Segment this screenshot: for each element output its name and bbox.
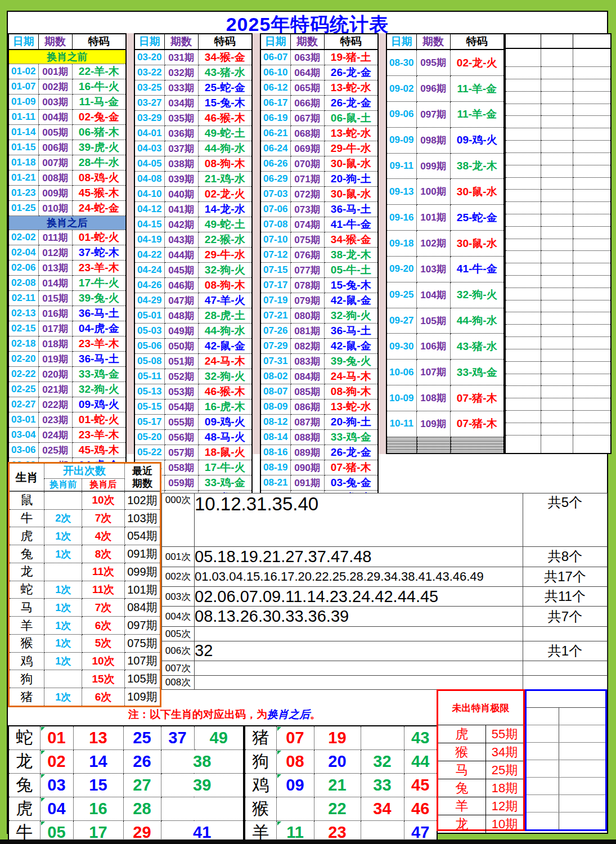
draw-date: 05-01 — [134, 308, 164, 324]
draw-date: 09-13 — [386, 179, 416, 205]
draw-row: 07-19079期42-鼠-金 — [260, 293, 378, 308]
draw-date: 03-22 — [134, 65, 164, 80]
empty-row — [505, 300, 611, 312]
draw-period: 015期 — [38, 291, 72, 306]
mapped-number: 21 — [314, 774, 361, 797]
empty-cell — [505, 300, 541, 312]
draw-row: 09-25104期32-狗-火 — [386, 282, 504, 308]
draw-period: 012期 — [38, 245, 72, 261]
draw-date: 02-11 — [8, 291, 38, 306]
draw-code: 24-蛇-金 — [72, 201, 126, 216]
empty-cell — [505, 423, 541, 435]
draw-code: 46-猴-木 — [198, 384, 252, 399]
draw-code: 30-鼠-水 — [450, 231, 504, 257]
draw-date: 04-05 — [134, 156, 164, 172]
draw-code: 07-猪-木 — [450, 385, 504, 411]
empty-cell — [541, 435, 573, 454]
draw-period: 037期 — [164, 141, 198, 156]
mapping-table-left: 蛇0113253749龙02142638兔03152739虎041628牛051… — [8, 725, 244, 844]
draw-date: 09-27 — [386, 308, 416, 334]
empty-cell — [541, 288, 573, 300]
empty-cell — [541, 312, 573, 325]
frequency-numbers — [195, 627, 523, 641]
recent-period: 105期 — [124, 670, 160, 688]
thead: 生肖开出次数最近期数换肖前换肖后 — [9, 463, 161, 492]
empty-cell — [541, 116, 573, 128]
frequency-count: 共1个 — [523, 641, 608, 661]
recent-period: 091期 — [124, 545, 160, 563]
empty-cell — [573, 141, 611, 153]
zodiac-name: 蛇 — [8, 726, 40, 750]
draw-row: 02-25021期32-狗-火 — [8, 382, 126, 397]
draw-period: 043期 — [164, 232, 198, 248]
draw-code: 20-狗-土 — [324, 172, 378, 187]
empty-cell — [505, 398, 541, 411]
phase-banner: 换肖之前 — [8, 50, 126, 64]
draw-period: 079期 — [290, 293, 324, 308]
draw-period: 103期 — [416, 256, 450, 282]
draw-row: 06-19067期06-鼠-土 — [260, 111, 378, 126]
draw-code: 09-鸡-火 — [450, 127, 504, 153]
draw-period: 056期 — [164, 430, 198, 445]
frequency-row: 007次 — [162, 661, 608, 675]
frequency-count: 共11个 — [523, 586, 608, 607]
draw-code: 08-鸡-火 — [72, 170, 126, 186]
limit-row: 虎55期 — [438, 725, 523, 743]
draw-code: 30-鼠-水 — [324, 156, 378, 172]
draw-row: 02-11015期39-兔-火 — [8, 291, 126, 306]
frequency-numbers: 01.03.04.15.16.17.20.22.25.28.29.34.38.4… — [195, 567, 523, 586]
tbody: 鼠10次102期牛2次7次103期虎1次4次054期兔1次8次091期龙11次0… — [9, 491, 161, 707]
empty-cell — [505, 177, 541, 190]
zodiac-name: 狗 — [245, 750, 276, 774]
draw-date: 04-15 — [134, 217, 164, 232]
draw-date: 03-20 — [134, 50, 164, 65]
draw-code: 37-蛇-木 — [72, 245, 126, 261]
draw-date: 07-29 — [260, 339, 290, 354]
empty-cell — [416, 452, 450, 454]
draw-date: 06-29 — [260, 172, 290, 187]
mapped-number: 33 — [361, 774, 404, 797]
draw-date: 07-31 — [260, 354, 290, 369]
draw-code: 22-猴-水 — [198, 232, 252, 248]
draw-row: 04-12041期14-龙-水 — [134, 202, 252, 217]
spreadsheet-page: 2025年特码统计表 日期期数特码换肖之前01-02001期22-羊-木01-0… — [0, 0, 616, 844]
empty-cell — [505, 410, 541, 423]
draw-period: 031期 — [164, 50, 198, 65]
draw-date: 07-26 — [260, 324, 290, 339]
mapped-number: 05 — [40, 821, 73, 844]
empty-cell — [505, 374, 541, 386]
draw-code: 16-虎-木 — [198, 399, 252, 415]
empty-cell — [541, 300, 573, 312]
date-column-header: 日期 — [386, 34, 416, 50]
empty-cell — [573, 116, 611, 128]
draw-period: 096期 — [416, 76, 450, 102]
recent-period: 084期 — [124, 599, 160, 617]
count-before — [44, 670, 82, 688]
zodiac-name: 猪 — [9, 688, 44, 707]
draw-date: 01-07 — [8, 79, 38, 95]
empty-cell — [573, 48, 611, 67]
draw-row: 08-09086期13-蛇-水 — [260, 399, 378, 415]
draw-period: 109期 — [416, 411, 450, 437]
frequency-count: 共5个 — [523, 493, 608, 547]
draw-period: 001期 — [38, 64, 72, 79]
frequency-label: 002次 — [162, 567, 195, 586]
mapped-number: 03 — [40, 774, 73, 797]
draw-code: 32-狗-火 — [198, 263, 252, 278]
limit-zodiac: 猴 — [438, 743, 486, 761]
draw-period: 049期 — [164, 324, 198, 339]
draw-date: 04-10 — [134, 187, 164, 202]
frequency-row: 006次32共1个 — [162, 641, 608, 661]
mapped-number: 13 — [73, 726, 123, 750]
draw-date: 09-09 — [386, 127, 416, 153]
draw-period: 081期 — [290, 324, 324, 339]
empty-cell — [505, 239, 541, 251]
mapping-row: 蛇0113253749 — [8, 726, 244, 750]
draw-code: 29-牛-水 — [324, 141, 378, 156]
empty-cell — [541, 141, 573, 153]
draw-row: 07-31083期39-兔-火 — [260, 354, 378, 369]
empty-cell — [573, 312, 611, 325]
draw-date: 08-16 — [260, 445, 290, 460]
limit-period: 25期 — [486, 761, 523, 779]
empty-row — [505, 251, 611, 263]
